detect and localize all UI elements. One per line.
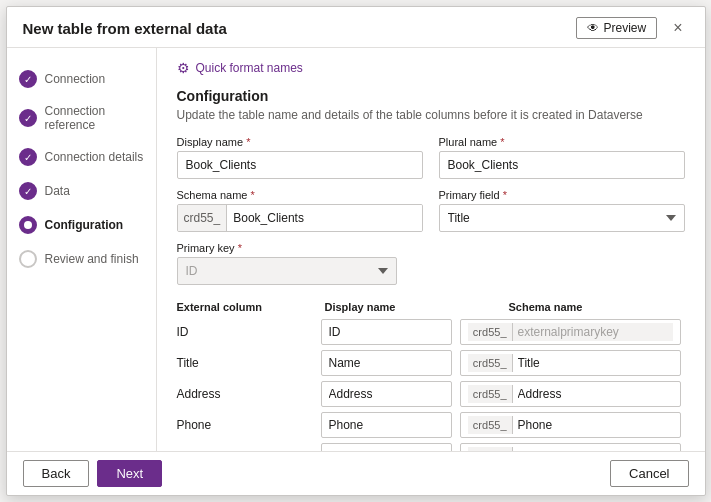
sidebar-label-data: Data (45, 184, 70, 198)
sidebar-label-connection: Connection (45, 72, 106, 86)
primary-key-required: * (238, 242, 242, 254)
preview-icon: 👁 (587, 21, 599, 35)
sidebar-item-connection-details[interactable]: ✓ Connection details (7, 142, 156, 172)
schema-name-prefix: crd55_ (178, 205, 228, 231)
step-circle-configuration (19, 216, 37, 234)
preview-button[interactable]: 👁 Preview (576, 17, 657, 39)
schema-col-phone: crd55_ (456, 412, 685, 438)
next-button[interactable]: Next (97, 460, 162, 487)
sidebar-label-connection-details: Connection details (45, 150, 144, 164)
schema-prefix-address: crd55_ (468, 385, 513, 403)
schema-inner-id[interactable] (513, 323, 673, 341)
col-header-external: External column (177, 299, 317, 315)
display-input-phone[interactable] (321, 412, 452, 438)
step-circle-data: ✓ (19, 182, 37, 200)
check-icon-2: ✓ (24, 113, 32, 124)
form-group-primary-key: Primary key * ID (177, 242, 397, 285)
plural-name-input[interactable] (439, 151, 685, 179)
external-col-address: Address (177, 385, 317, 403)
form-row-schema-primary: Schema name * crd55_ Primary field * Tit… (177, 189, 685, 232)
table-row: Address crd55_ (177, 381, 685, 407)
step-circle-connection-details: ✓ (19, 148, 37, 166)
section-title: Configuration (177, 88, 685, 104)
plural-name-required: * (500, 136, 504, 148)
modal: New table from external data 👁 Preview ×… (6, 6, 706, 496)
schema-name-required: * (251, 189, 255, 201)
schema-col-title: crd55_ (456, 350, 685, 376)
modal-header: New table from external data 👁 Preview × (7, 7, 705, 48)
display-input-email[interactable] (321, 443, 452, 451)
schema-prefix-phone: crd55_ (468, 416, 513, 434)
form-group-display-name: Display name * (177, 136, 423, 179)
close-button[interactable]: × (667, 17, 688, 39)
header-right: 👁 Preview × (576, 17, 688, 39)
schema-col-email: crd55_ (456, 443, 685, 451)
display-col-title (317, 350, 456, 376)
display-input-title[interactable] (321, 350, 452, 376)
form-group-schema-name: Schema name * crd55_ (177, 189, 423, 232)
display-input-address[interactable] (321, 381, 452, 407)
primary-key-select[interactable]: ID (177, 257, 397, 285)
table-section: External column Display name Schema name… (177, 299, 685, 451)
schema-prefix-title: crd55_ (468, 354, 513, 372)
schema-name-input-group: crd55_ (177, 204, 423, 232)
schema-name-input[interactable] (227, 205, 421, 231)
sidebar-item-connection-reference[interactable]: ✓ Connection reference (7, 98, 156, 138)
schema-input-group-title: crd55_ (460, 350, 681, 376)
display-name-required: * (246, 136, 250, 148)
display-name-input[interactable] (177, 151, 423, 179)
form-row-display-plural: Display name * Plural name * (177, 136, 685, 179)
quick-format-icon: ⚙ (177, 60, 190, 76)
schema-inner-title[interactable] (513, 354, 673, 372)
schema-input-group-id: crd55_ (460, 319, 681, 345)
sidebar-label-review: Review and finish (45, 252, 139, 266)
table-row: Email crd55_ (177, 443, 685, 451)
external-col-id: ID (177, 323, 317, 341)
step-circle-connection: ✓ (19, 70, 37, 88)
step-circle-connection-reference: ✓ (19, 109, 37, 127)
external-col-title: Title (177, 354, 317, 372)
table-row: ID crd55_ (177, 319, 685, 345)
quick-format-label: Quick format names (196, 61, 303, 75)
sidebar: ✓ Connection ✓ Connection reference ✓ Co… (7, 48, 157, 451)
schema-inner-phone[interactable] (513, 416, 673, 434)
form-group-primary-field: Primary field * Title (439, 189, 685, 232)
primary-key-label: Primary key * (177, 242, 397, 254)
check-icon-3: ✓ (24, 152, 32, 163)
modal-title: New table from external data (23, 20, 227, 37)
display-col-phone (317, 412, 456, 438)
sidebar-item-data[interactable]: ✓ Data (7, 176, 156, 206)
check-icon-4: ✓ (24, 186, 32, 197)
active-dot (24, 221, 32, 229)
form-row-primary-key: Primary key * ID (177, 242, 685, 285)
schema-input-group-email: crd55_ (460, 443, 681, 451)
footer-left: Back Next (23, 460, 163, 487)
schema-inner-address[interactable] (513, 385, 673, 403)
back-button[interactable]: Back (23, 460, 90, 487)
table-header-row: External column Display name Schema name (177, 299, 685, 315)
external-col-phone: Phone (177, 416, 317, 434)
schema-input-group-phone: crd55_ (460, 412, 681, 438)
table-row: Title crd55_ (177, 350, 685, 376)
display-input-id[interactable] (321, 319, 452, 345)
quick-format-bar[interactable]: ⚙ Quick format names (177, 60, 685, 76)
plural-name-label: Plural name * (439, 136, 685, 148)
display-col-id (317, 319, 456, 345)
cancel-button[interactable]: Cancel (610, 460, 688, 487)
section-desc: Update the table name and details of the… (177, 108, 685, 122)
primary-field-required: * (503, 189, 507, 201)
schema-col-id: crd55_ (456, 319, 685, 345)
primary-field-select[interactable]: Title (439, 204, 685, 232)
sidebar-label-configuration: Configuration (45, 218, 124, 232)
schema-input-group-address: crd55_ (460, 381, 681, 407)
schema-prefix-id: crd55_ (468, 323, 513, 341)
display-col-email (317, 443, 456, 451)
form-group-plural-name: Plural name * (439, 136, 685, 179)
sidebar-item-configuration[interactable]: Configuration (7, 210, 156, 240)
sidebar-item-connection[interactable]: ✓ Connection (7, 64, 156, 94)
display-name-label: Display name * (177, 136, 423, 148)
primary-field-label: Primary field * (439, 189, 685, 201)
main-content: ⚙ Quick format names Configuration Updat… (157, 48, 705, 451)
step-circle-review (19, 250, 37, 268)
sidebar-item-review-and-finish[interactable]: Review and finish (7, 244, 156, 274)
